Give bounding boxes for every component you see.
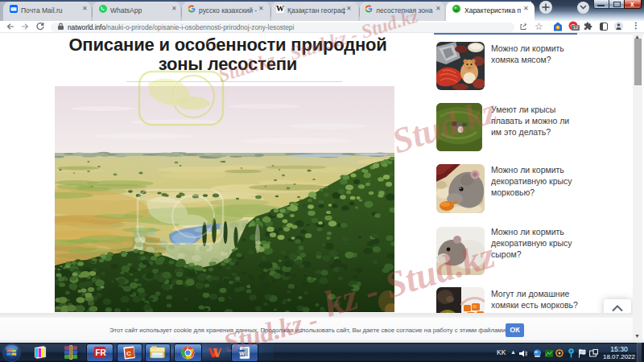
svg-text:FR: FR — [96, 348, 107, 357]
svg-text:C: C — [126, 350, 131, 357]
